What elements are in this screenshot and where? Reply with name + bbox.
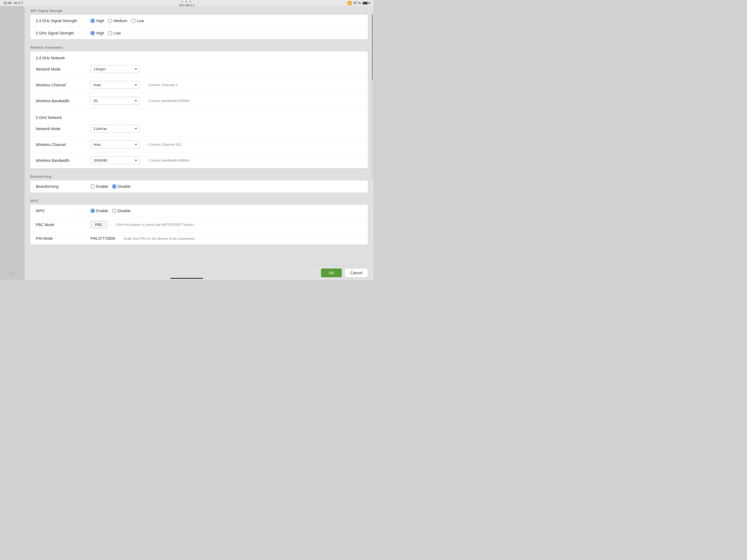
signal-5-high-label: High bbox=[96, 31, 104, 35]
beamforming-enable-option[interactable]: Enable bbox=[91, 184, 108, 189]
wireless-bandwidth-5-hint: Current bandwidth:80MHz bbox=[149, 158, 190, 162]
main-content: WiFi Signal Strength 2.4 GHz Signal Stre… bbox=[25, 6, 374, 280]
signal-5ghz-radio-group: High Low bbox=[91, 31, 121, 35]
signal-24-high-option[interactable]: High bbox=[91, 19, 104, 23]
beamforming-card: Beamforming Enable Disable bbox=[30, 180, 368, 193]
wireless-bandwidth-5-row: Wireless Bandwidth 20/40/80 20 40 80 Cur… bbox=[30, 153, 368, 168]
signal-24-low-option[interactable]: Low bbox=[131, 19, 144, 23]
network-mode-5-label: Network Mode bbox=[36, 127, 91, 131]
network-5-title: 5 GHz Network bbox=[30, 111, 368, 121]
signal-5-low-radio[interactable] bbox=[108, 31, 112, 35]
wireless-params-section-label: Wireless Parameters bbox=[30, 43, 368, 51]
beamforming-label: Beamforming bbox=[36, 184, 91, 189]
wps-disable-label: Disable bbox=[118, 209, 131, 213]
wireless-channel-24-row: Wireless Channel Auto 12345 678910 11121… bbox=[30, 77, 368, 93]
signal-24-low-label: Low bbox=[137, 19, 144, 23]
wps-radio-group: Enable Disable bbox=[91, 209, 130, 213]
wireless-params-card: 2.4 GHz Network Network Mode 11b/g/n 11b… bbox=[30, 51, 368, 169]
date: ne 3.7. bbox=[14, 1, 24, 5]
pin-mode-controls: PIN:37773809 Enter this PIN on the devic… bbox=[91, 236, 362, 240]
home-indicator bbox=[170, 278, 203, 279]
status-center: • • • 192.168.0.1 bbox=[179, 0, 195, 7]
signal-24-high-radio[interactable] bbox=[91, 19, 95, 23]
wireless-bandwidth-24-select[interactable]: 20 20/40 bbox=[91, 97, 140, 105]
wireless-bandwidth-24-controls: 20 20/40 Current bandwidth:20MHz bbox=[91, 97, 362, 105]
ok-button[interactable]: OK bbox=[321, 269, 342, 277]
wps-enable-radio[interactable] bbox=[91, 209, 95, 213]
beamforming-disable-option[interactable]: Disable bbox=[112, 184, 131, 189]
signal-24ghz-row: 2.4 GHz Signal Strength High Medium Low bbox=[30, 15, 368, 27]
signal-24-low-radio[interactable] bbox=[131, 19, 136, 23]
signal-24ghz-radio-group: High Medium Low bbox=[91, 19, 144, 23]
wps-disable-radio[interactable] bbox=[112, 209, 117, 213]
status-right: 📶 87 % bbox=[347, 1, 370, 5]
network-mode-5-select[interactable]: 11a/n/ac 11a 11n 11ac bbox=[91, 125, 140, 133]
beamforming-disable-radio[interactable] bbox=[112, 184, 117, 189]
wireless-bandwidth-24-row: Wireless Bandwidth 20 20/40 Current band… bbox=[30, 93, 368, 109]
pbc-mode-hint: Click this button or press the WPS/RESET… bbox=[116, 223, 195, 227]
wireless-bandwidth-5-controls: 20/40/80 20 40 80 Current bandwidth:80MH… bbox=[91, 156, 362, 164]
signal-5ghz-row: 5 GHz Signal Strength High Low bbox=[30, 27, 368, 39]
beamforming-radio-group: Enable Disable bbox=[91, 184, 130, 189]
pbc-mode-label: PBC Mode bbox=[36, 223, 91, 227]
signal-5-low-label: Low bbox=[114, 31, 121, 35]
wireless-channel-24-select[interactable]: Auto 12345 678910 111213 bbox=[91, 81, 140, 89]
social-links: f t bbox=[10, 272, 14, 276]
wifi-icon: 📶 bbox=[347, 1, 352, 5]
facebook-icon[interactable]: f bbox=[10, 272, 11, 276]
signal-24ghz-label: 2.4 GHz Signal Strength bbox=[36, 19, 91, 23]
network-mode-24-row: Network Mode 11b/g/n 11b/g 11n bbox=[30, 61, 368, 77]
signal-5-high-option[interactable]: High bbox=[91, 31, 104, 35]
network-mode-24-controls: 11b/g/n 11b/g 11n bbox=[91, 65, 362, 73]
wireless-bandwidth-24-label: Wireless Bandwidth bbox=[36, 99, 91, 103]
signal-5ghz-label: 5 GHz Signal Strength bbox=[36, 31, 91, 35]
pbc-mode-controls: PBC Click this button or press the WPS/R… bbox=[91, 221, 362, 228]
wps-disable-option[interactable]: Disable bbox=[112, 209, 131, 213]
pin-value: PIN:37773809 bbox=[91, 236, 115, 240]
beamforming-row: Beamforming Enable Disable bbox=[30, 180, 368, 193]
status-bar: 12:34 ne 3.7. • • • 192.168.0.1 📶 87 % bbox=[0, 0, 374, 6]
wps-enable-option[interactable]: Enable bbox=[91, 209, 108, 213]
wps-enable-label: Enable bbox=[96, 209, 108, 213]
beamforming-enable-radio[interactable] bbox=[91, 184, 95, 189]
scrollbar-track bbox=[372, 14, 373, 179]
pin-mode-row: PIN Mode PIN:37773809 Enter this PIN on … bbox=[30, 232, 368, 245]
wireless-bandwidth-5-label: Wireless Bandwidth bbox=[36, 158, 91, 163]
wps-row-label: WPS bbox=[36, 209, 91, 213]
signal-24-medium-label: Medium bbox=[114, 19, 127, 23]
beamforming-disable-label: Disable bbox=[118, 184, 131, 189]
wireless-channel-5-label: Wireless Channel bbox=[36, 143, 91, 147]
status-left: 12:34 ne 3.7. bbox=[3, 1, 24, 5]
signal-24-medium-radio[interactable] bbox=[108, 19, 112, 23]
beamforming-section-label: Beamforming bbox=[30, 172, 368, 180]
cancel-button[interactable]: Cancel bbox=[344, 268, 368, 278]
sidebar: f t bbox=[0, 6, 25, 280]
signal-5-low-option[interactable]: Low bbox=[108, 31, 121, 35]
pin-mode-label: PIN Mode bbox=[36, 236, 91, 240]
wps-section-label: WPS bbox=[30, 196, 368, 205]
dots-icon: • • • bbox=[182, 0, 192, 4]
battery-percent: 87 % bbox=[354, 1, 361, 5]
wifi-signal-card: 2.4 GHz Signal Strength High Medium Low bbox=[30, 15, 368, 40]
signal-5-high-radio[interactable] bbox=[91, 31, 95, 35]
wireless-channel-24-label: Wireless Channel bbox=[36, 83, 91, 87]
wireless-channel-24-controls: Auto 12345 678910 111213 Current Channel… bbox=[91, 81, 362, 89]
wireless-channel-5-select[interactable]: Auto 36404448 149153157161 bbox=[91, 141, 140, 149]
wps-row: WPS Enable Disable bbox=[30, 205, 368, 217]
beamforming-enable-label: Enable bbox=[96, 184, 108, 189]
network-mode-5-row: Network Mode 11a/n/ac 11a 11n 11ac bbox=[30, 121, 368, 137]
network-mode-24-label: Network Mode bbox=[36, 67, 91, 71]
network-mode-24-select[interactable]: 11b/g/n 11b/g 11n bbox=[91, 65, 140, 73]
network-mode-5-controls: 11a/n/ac 11a 11n 11ac bbox=[91, 125, 362, 133]
wifi-signal-section-label: WiFi Signal Strength bbox=[30, 6, 368, 15]
twitter-icon[interactable]: t bbox=[14, 272, 15, 276]
pbc-button[interactable]: PBC bbox=[91, 221, 107, 228]
ip-address: 192.168.0.1 bbox=[179, 4, 195, 7]
time: 12:34 bbox=[3, 1, 11, 5]
pbc-mode-row: PBC Mode PBC Click this button or press … bbox=[30, 217, 368, 232]
wireless-channel-5-row: Wireless Channel Auto 36404448 149153157… bbox=[30, 137, 368, 153]
wireless-channel-5-controls: Auto 36404448 149153157161 Current Chann… bbox=[91, 141, 362, 149]
wireless-bandwidth-5-select[interactable]: 20/40/80 20 40 80 bbox=[91, 156, 140, 164]
scrollbar-thumb[interactable] bbox=[372, 14, 373, 80]
signal-24-medium-option[interactable]: Medium bbox=[108, 19, 127, 23]
